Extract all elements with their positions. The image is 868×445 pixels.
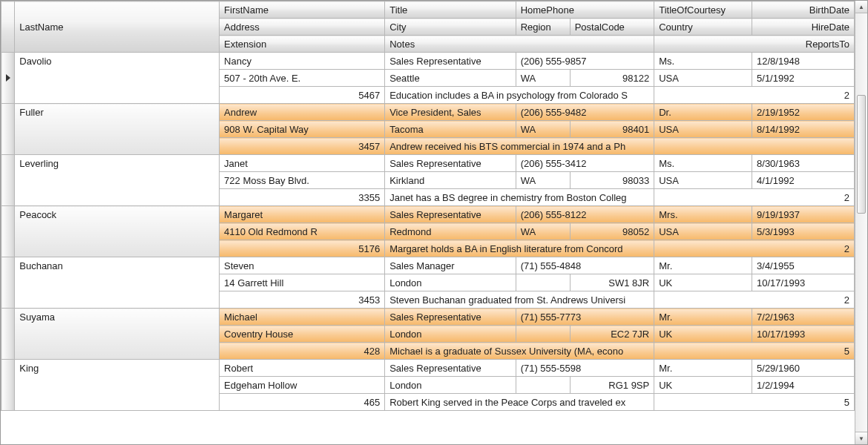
cell-country[interactable]: USA [654,70,752,87]
cell-hiredate[interactable]: 5/1/1992 [752,70,855,87]
cell-country[interactable]: UK [654,274,752,291]
cell-city[interactable]: Seattle [385,70,516,87]
cell-postalcode[interactable]: RG1 9SP [570,377,654,394]
cell-extension[interactable]: 3355 [220,189,385,206]
cell-region[interactable] [516,377,570,394]
cell-reportsto[interactable]: 5 [654,343,855,360]
row-selector[interactable] [1,155,15,206]
cell-postalcode[interactable]: 98033 [570,172,654,189]
cell-lastname[interactable]: Leverling [15,155,220,206]
scroll-up-button[interactable]: ▲ [855,1,867,13]
table-row[interactable]: DavolioNancySales Representative(206) 55… [1,53,855,70]
cell-address[interactable]: Coventry House [220,326,385,343]
header-firstname[interactable]: FirstName [220,1,385,19]
cell-postalcode[interactable]: 98122 [570,70,654,87]
cell-lastname[interactable]: Fuller [15,104,220,155]
cell-extension[interactable]: 3453 [220,291,385,309]
header-row-selector[interactable] [1,1,15,53]
cell-titleofcourtesy[interactable]: Mr. [654,360,752,377]
vertical-scrollbar[interactable]: ▲ ▼ [855,1,867,444]
cell-titleofcourtesy[interactable]: Dr. [654,104,752,121]
cell-titleofcourtesy[interactable]: Mr. [654,257,752,274]
cell-title[interactable]: Vice President, Sales [385,104,516,121]
cell-postalcode[interactable]: SW1 8JR [570,274,654,291]
cell-hiredate[interactable]: 4/1/1992 [752,172,855,189]
cell-birthdate[interactable]: 7/2/1963 [752,309,855,326]
cell-address[interactable]: Edgeham Hollow [220,377,385,394]
row-selector[interactable] [1,53,15,104]
cell-lastname[interactable]: Peacock [15,206,220,257]
row-selector[interactable] [1,309,15,360]
cell-homephone[interactable]: (206) 555-3412 [516,155,654,172]
cell-country[interactable]: UK [654,326,752,343]
cell-postalcode[interactable]: EC2 7JR [570,326,654,343]
table-row[interactable]: BuchananStevenSales Manager(71) 555-4848… [1,257,855,274]
scroll-thumb[interactable] [857,95,866,214]
cell-notes[interactable]: Janet has a BS degree in chemistry from … [385,189,654,206]
cell-firstname[interactable]: Nancy [220,53,385,70]
cell-region[interactable] [516,326,570,343]
header-city[interactable]: City [385,19,516,36]
cell-postalcode[interactable]: 98401 [570,121,654,138]
cell-extension[interactable]: 5467 [220,87,385,104]
row-selector[interactable] [1,360,15,411]
cell-notes[interactable]: Education includes a BA in psychology fr… [385,87,654,104]
header-extension[interactable]: Extension [220,36,385,53]
cell-region[interactable]: WA [516,223,570,240]
cell-extension[interactable]: 3457 [220,138,385,155]
header-notes[interactable]: Notes [385,36,654,53]
cell-country[interactable]: UK [654,377,752,394]
cell-reportsto[interactable]: 2 [654,240,855,257]
cell-region[interactable]: WA [516,70,570,87]
scroll-track[interactable] [855,13,867,432]
cell-city[interactable]: Redmond [385,223,516,240]
header-country[interactable]: Country [654,19,752,36]
cell-address[interactable]: 722 Moss Bay Blvd. [220,172,385,189]
cell-firstname[interactable]: Margaret [220,206,385,223]
cell-title[interactable]: Sales Manager [385,257,516,274]
cell-hiredate[interactable]: 10/17/1993 [752,326,855,343]
cell-firstname[interactable]: Andrew [220,104,385,121]
cell-region[interactable]: WA [516,121,570,138]
cell-country[interactable]: USA [654,172,752,189]
cell-notes[interactable]: Michael is a graduate of Sussex Universi… [385,343,654,360]
cell-birthdate[interactable]: 9/19/1937 [752,206,855,223]
cell-firstname[interactable]: Janet [220,155,385,172]
cell-homephone[interactable]: (206) 555-8122 [516,206,654,223]
header-address[interactable]: Address [220,19,385,36]
cell-city[interactable]: London [385,274,516,291]
cell-birthdate[interactable]: 5/29/1960 [752,360,855,377]
cell-country[interactable]: USA [654,121,752,138]
cell-firstname[interactable]: Steven [220,257,385,274]
table-row[interactable]: LeverlingJanetSales Representative(206) … [1,155,855,172]
cell-city[interactable]: Kirkland [385,172,516,189]
cell-region[interactable]: WA [516,172,570,189]
cell-city[interactable]: London [385,326,516,343]
cell-reportsto[interactable] [654,138,855,155]
cell-city[interactable]: London [385,377,516,394]
cell-homephone[interactable]: (206) 555-9857 [516,53,654,70]
cell-lastname[interactable]: Suyama [15,309,220,360]
header-homephone[interactable]: HomePhone [516,1,654,19]
table-row[interactable]: PeacockMargaretSales Representative(206)… [1,206,855,223]
cell-birthdate[interactable]: 8/30/1963 [752,155,855,172]
header-titleofcourtesy[interactable]: TitleOfCourtesy [654,1,752,19]
cell-birthdate[interactable]: 2/19/1952 [752,104,855,121]
cell-reportsto[interactable]: 2 [654,291,855,309]
table-row[interactable]: SuyamaMichaelSales Representative(71) 55… [1,309,855,326]
cell-notes[interactable]: Margaret holds a BA in English literatur… [385,240,654,257]
cell-address[interactable]: 908 W. Capital Way [220,121,385,138]
cell-hiredate[interactable]: 8/14/1992 [752,121,855,138]
cell-address[interactable]: 507 - 20th Ave. E. [220,70,385,87]
scroll-down-button[interactable]: ▼ [855,432,867,444]
cell-reportsto[interactable]: 2 [654,87,855,104]
cell-hiredate[interactable]: 10/17/1993 [752,274,855,291]
cell-country[interactable]: USA [654,223,752,240]
cell-notes[interactable]: Steven Buchanan graduated from St. Andre… [385,291,654,309]
header-birthdate[interactable]: BirthDate [752,1,855,19]
cell-title[interactable]: Sales Representative [385,155,516,172]
cell-region[interactable] [516,274,570,291]
cell-title[interactable]: Sales Representative [385,206,516,223]
header-region[interactable]: Region [516,19,570,36]
header-reportsto[interactable]: ReportsTo [654,36,855,53]
